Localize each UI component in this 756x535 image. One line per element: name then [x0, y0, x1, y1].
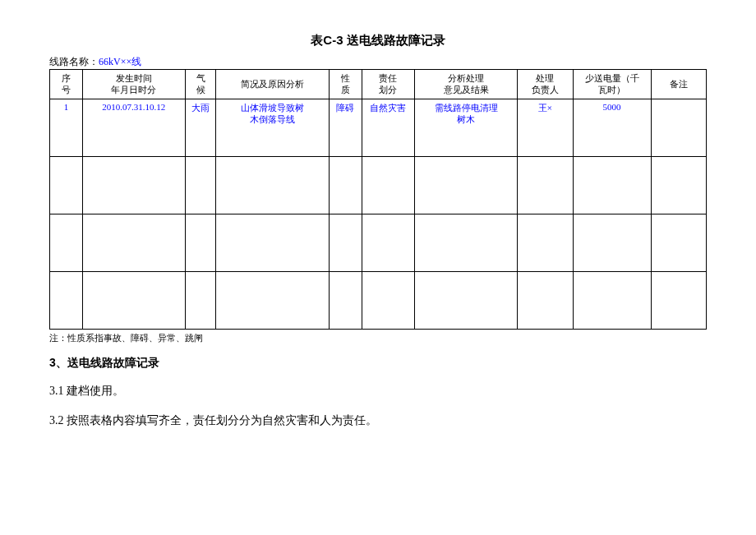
- table-row: [50, 156, 707, 214]
- cell-seq: 1: [50, 99, 83, 156]
- cell-time: 2010.07.31.10.12: [82, 99, 185, 156]
- header-time: 发生时间 年月日时分: [111, 73, 156, 95]
- cell-opinion: 需线路停电清理 树木: [415, 99, 518, 156]
- header-charge: 处理 负责人: [532, 73, 559, 95]
- header-row: 序 号 发生时间 年月日时分 气 候 简况及原因分析 性 质 责任 划分 分析处…: [50, 70, 707, 99]
- table-row: [50, 271, 707, 329]
- cell-responsibility: 自然灾害: [362, 99, 415, 156]
- table-note: 注：性质系指事故、障碍、异常、跳闸: [49, 332, 707, 344]
- line-name-row: 线路名称：66kV××线: [49, 55, 707, 69]
- header-responsibility: 责任 划分: [379, 73, 397, 95]
- section-heading: 3、送电线路故障记录: [49, 356, 707, 371]
- cell-nature: 障碍: [329, 99, 362, 156]
- fault-record-table: 序 号 发生时间 年月日时分 气 候 简况及原因分析 性 质 责任 划分 分析处…: [49, 69, 707, 330]
- header-remark: 备注: [670, 79, 688, 89]
- header-opinion: 分析处理 意见及结果: [444, 73, 489, 95]
- header-analysis: 简况及原因分析: [241, 79, 304, 89]
- header-power: 少送电量（千 瓦时）: [585, 73, 639, 95]
- header-nature: 性 质: [341, 73, 350, 95]
- cell-analysis: 山体滑坡导致树 木倒落导线: [216, 99, 329, 156]
- header-seq: 序 号: [62, 73, 71, 95]
- table-row: [50, 214, 707, 271]
- line-name-value: 66kV××线: [99, 56, 141, 67]
- cell-remark: [651, 99, 706, 156]
- table-row: 1 2010.07.31.10.12 大雨 山体滑坡导致树 木倒落导线 障碍 自…: [50, 99, 707, 156]
- header-weather: 气 候: [196, 73, 205, 95]
- line-name-label: 线路名称：: [49, 56, 99, 67]
- cell-power: 5000: [573, 99, 651, 156]
- table-title: 表C-3 送电线路故障记录: [49, 33, 707, 48]
- paragraph-3-1: 3.1 建档使用。: [49, 382, 707, 400]
- cell-weather: 大雨: [185, 99, 215, 156]
- cell-charge: 王×: [518, 99, 573, 156]
- paragraph-3-2: 3.2 按照表格内容填写齐全，责任划分分为自然灾害和人为责任。: [49, 412, 707, 430]
